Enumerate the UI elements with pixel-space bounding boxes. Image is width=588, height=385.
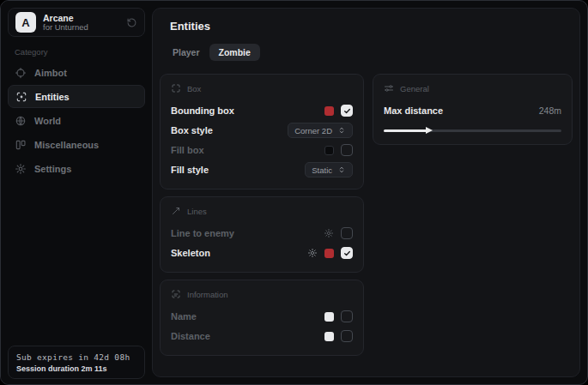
max-distance-value: 248m [539, 105, 561, 116]
app-window: A Arcane for Unturned Category Aimbot [0, 0, 588, 385]
sidebar-item-label: Settings [34, 164, 71, 174]
box-style-dropdown[interactable]: Corner 2D [288, 123, 353, 138]
skeleton-row: Skeleton [171, 244, 353, 262]
section-title: Information [187, 290, 228, 299]
fill-style-value: Static [312, 165, 332, 175]
box-style-value: Corner 2D [294, 126, 332, 135]
chevron-updown-icon [337, 165, 346, 174]
name-color-swatch[interactable] [324, 312, 334, 322]
general-section: General Max distance 248m [373, 74, 573, 145]
sidebar-item-miscellaneous[interactable]: Miscellaneous [1, 133, 152, 157]
gear-icon [15, 163, 27, 175]
entity-tabs: Player Zombie [163, 43, 573, 62]
box-style-label: Box style [171, 125, 213, 135]
name-checkbox[interactable] [341, 310, 353, 322]
bounding-box-row: Bounding box [171, 101, 353, 120]
session-duration-text: Session duration 2m 11s [16, 364, 136, 373]
section-title: Lines [187, 207, 207, 216]
checkmark-icon [343, 107, 351, 115]
app-subtitle: for Unturned [43, 23, 88, 33]
distance-row: Distance [171, 327, 353, 346]
name-row: Name [171, 307, 353, 326]
sidebar-item-entities[interactable]: Entities [8, 85, 145, 108]
category-label: Category [15, 47, 48, 57]
sidebar-item-label: Entities [35, 92, 70, 102]
distance-color-swatch[interactable] [324, 332, 334, 341]
tab-zombie[interactable]: Zombie [209, 44, 260, 61]
fill-box-color-swatch[interactable] [324, 146, 334, 155]
sidebar-nav: Aimbot Entities World Miscellaneous [1, 61, 152, 181]
tab-player[interactable]: Player [163, 44, 209, 61]
scan-box-icon [15, 91, 27, 103]
box-style-row: Box style Corner 2D [171, 121, 353, 140]
line-to-enemy-label: Line to enemy [171, 228, 234, 238]
sidebar-item-world[interactable]: World [1, 109, 152, 133]
app-logo: A [15, 12, 36, 33]
bounding-box-checkbox[interactable] [341, 105, 353, 117]
distance-label: Distance [171, 331, 210, 341]
info-brackets-icon [171, 289, 181, 299]
slider-handle-icon[interactable] [426, 127, 433, 134]
sub-expiry-text: Sub expires in 42d 08h [16, 352, 136, 362]
bounding-box-label: Bounding box [171, 105, 234, 116]
box-section: Box Bounding box Box style [160, 74, 364, 189]
max-distance-slider[interactable] [384, 127, 561, 135]
refresh-icon[interactable] [126, 17, 137, 28]
sliders-icon [384, 83, 394, 93]
name-label: Name [171, 311, 197, 322]
sidebar: A Arcane for Unturned Category Aimbot [1, 1, 152, 384]
section-title: General [400, 84, 429, 93]
chevron-updown-icon [337, 126, 346, 135]
sidebar-item-aimbot[interactable]: Aimbot [1, 61, 152, 85]
app-header-card: A Arcane for Unturned [8, 8, 145, 37]
skeleton-color-swatch[interactable] [324, 249, 334, 258]
fill-style-row: Fill style Static [171, 160, 353, 179]
box-corners-icon [171, 83, 181, 93]
bounding-box-color-swatch[interactable] [324, 106, 334, 116]
globe-icon [15, 115, 27, 127]
grid-icon [15, 139, 27, 151]
line-to-enemy-checkbox[interactable] [341, 227, 353, 239]
main-panel: Entities Player Zombie Box Bounding box [152, 8, 580, 377]
checkmark-icon [343, 250, 351, 257]
skeleton-settings-gear-icon[interactable] [307, 248, 318, 258]
fill-box-row: Fill box [171, 141, 353, 159]
app-name: Arcane [43, 13, 88, 23]
page-title: Entities [170, 19, 573, 34]
sidebar-item-label: World [34, 116, 61, 126]
skeleton-checkbox[interactable] [341, 247, 353, 259]
fill-box-checkbox[interactable] [341, 144, 353, 156]
line-to-enemy-settings-gear-icon[interactable] [324, 228, 334, 238]
fill-style-label: Fill style [171, 165, 209, 175]
max-distance-label: Max distance [384, 105, 443, 116]
skeleton-label: Skeleton [171, 248, 210, 258]
lines-section: Lines Line to enemy Skeleton [160, 196, 364, 273]
crosshair-icon [15, 67, 27, 79]
distance-checkbox[interactable] [341, 330, 353, 342]
section-title: Box [187, 84, 201, 93]
information-section: Information Name Distance [160, 280, 364, 356]
line-to-enemy-row: Line to enemy [171, 224, 353, 243]
sidebar-item-settings[interactable]: Settings [1, 157, 152, 181]
max-distance-row: Max distance 248m [384, 101, 561, 120]
sidebar-item-label: Miscellaneous [34, 140, 99, 150]
fill-style-dropdown[interactable]: Static [305, 162, 353, 177]
slider-fill [384, 129, 427, 132]
fill-box-label: Fill box [171, 145, 204, 155]
sidebar-item-label: Aimbot [34, 68, 67, 78]
subscription-card: Sub expires in 42d 08h Session duration … [8, 346, 145, 379]
diagonal-line-icon [171, 206, 181, 216]
